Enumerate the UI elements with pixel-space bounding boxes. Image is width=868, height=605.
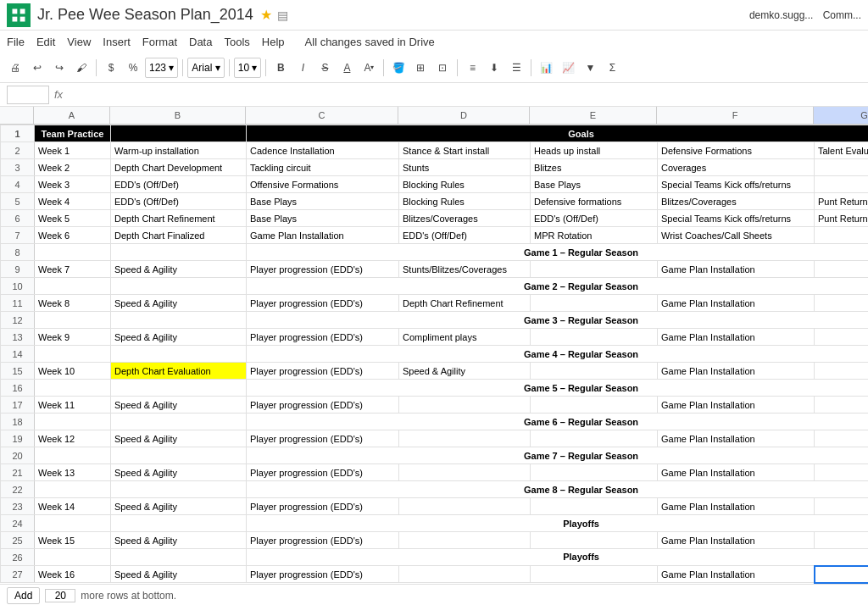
cell-c20[interactable]: Player progression (EDD's) (247, 464, 399, 481)
cell-playoffs25[interactable]: Playoffs (247, 549, 869, 566)
cell-b0[interactable] (111, 125, 247, 142)
cell-b24[interactable]: Speed & Agility (111, 532, 247, 549)
currency-button[interactable]: $ (101, 58, 121, 78)
cell-a15[interactable] (35, 380, 111, 397)
cell-b5[interactable]: Depth Chart Refinement (111, 210, 247, 227)
cell-c2[interactable]: Tackling circuit (247, 159, 399, 176)
cell-e12[interactable] (531, 329, 658, 346)
cell-f4[interactable]: Blitzes/Coverages (658, 193, 815, 210)
cell-game19[interactable]: Game 7 – Regular Season (247, 447, 869, 464)
cell-c5[interactable]: Base Plays (247, 210, 399, 227)
redo-button[interactable]: ↪ (49, 58, 70, 78)
col-header-e[interactable]: E (530, 107, 657, 124)
cell-c6[interactable]: Game Plan Installation (247, 227, 399, 244)
underline-button[interactable]: A (337, 58, 357, 78)
cell-b13[interactable] (111, 346, 247, 363)
undo-button[interactable]: ↩ (27, 58, 47, 78)
fontsize-dropdown[interactable]: 10 ▾ (234, 58, 262, 78)
cell-game17[interactable]: Game 6 – Regular Season (247, 414, 869, 430)
cell-b14[interactable]: Depth Chart Evaluation (111, 363, 247, 380)
cell-f3[interactable]: Special Teams Kick offs/returns (658, 176, 815, 193)
cell-d3[interactable]: Blocking Rules (399, 176, 531, 193)
cell-a2[interactable]: Week 2 (35, 159, 111, 176)
cell-d18[interactable] (399, 430, 531, 447)
align-center-button[interactable]: ⬇ (484, 58, 504, 78)
cell-e14[interactable] (531, 363, 658, 380)
cell-e8[interactable] (531, 261, 658, 278)
cell-f10[interactable]: Game Plan Installation (658, 295, 815, 312)
cell-d10[interactable]: Depth Chart Refinement (399, 295, 531, 312)
cell-b16[interactable]: Speed & Agility (111, 397, 247, 414)
paint-format-button[interactable]: 🖌 (71, 58, 92, 78)
cell-f2[interactable]: Coverages (658, 159, 815, 176)
cell-g26[interactable] (815, 566, 869, 583)
cell-game7[interactable]: Game 1 – Regular Season (247, 244, 869, 261)
cell-d5[interactable]: Blitzes/Coverages (399, 210, 531, 227)
bold-button[interactable]: B (270, 58, 291, 78)
cell-b22[interactable]: Speed & Agility (111, 498, 247, 515)
align-right-button[interactable]: ☰ (506, 58, 526, 78)
cell-f18[interactable]: Game Plan Installation (658, 430, 815, 447)
menu-view[interactable]: View (67, 36, 91, 48)
cell-a9[interactable] (35, 278, 111, 295)
cell-a5[interactable]: Week 5 (35, 210, 111, 227)
menu-edit[interactable]: Edit (36, 36, 55, 48)
align-left-button[interactable]: ≡ (462, 58, 482, 78)
cell-c26[interactable]: Player progression (EDD's) (247, 566, 399, 583)
strikethrough-button[interactable]: S (314, 58, 335, 78)
col-header-c[interactable]: C (246, 107, 398, 124)
col-header-b[interactable]: B (110, 107, 246, 124)
cell-g1[interactable]: Talent Evaluation (815, 142, 869, 159)
cell-a22[interactable]: Week 14 (35, 498, 111, 515)
cell-a1[interactable]: Week 1 (35, 142, 111, 159)
cell-g14[interactable] (815, 363, 869, 380)
cell-b21[interactable] (111, 481, 247, 498)
star-icon[interactable]: ★ (260, 7, 272, 23)
cell-d1[interactable]: Stance & Start install (399, 142, 531, 159)
cell-a25[interactable] (35, 549, 111, 566)
cell-b17[interactable] (111, 414, 247, 430)
percent-button[interactable]: % (123, 58, 143, 78)
cell-a6[interactable]: Week 6 (35, 227, 111, 244)
cell-c3[interactable]: Offensive Formations (247, 176, 399, 193)
cell-g2[interactable] (815, 159, 869, 176)
cell-b1[interactable]: Warm-up installation (111, 142, 247, 159)
cell-f22[interactable]: Game Plan Installation (658, 498, 815, 515)
cell-b26[interactable]: Speed & Agility (111, 566, 247, 583)
function-button[interactable]: Σ (602, 58, 622, 78)
cell-b3[interactable]: EDD's (Off/Def) (111, 176, 247, 193)
cell-g3[interactable] (815, 176, 869, 193)
doc-title[interactable]: Jr. Pee Wee Season Plan_2014 (37, 6, 253, 24)
cell-playoffs23[interactable]: Playoffs (247, 515, 869, 532)
cell-a11[interactable] (35, 312, 111, 329)
cell-f5[interactable]: Special Teams Kick offs/returns (658, 210, 815, 227)
drive-icon[interactable]: ▤ (277, 8, 288, 22)
cell-f8[interactable]: Game Plan Installation (658, 261, 815, 278)
cell-a7[interactable] (35, 244, 111, 261)
cell-f24[interactable]: Game Plan Installation (658, 532, 815, 549)
merge-button[interactable]: ⊡ (432, 58, 453, 78)
fill-color-button[interactable]: 🪣 (388, 58, 409, 78)
cell-c14[interactable]: Player progression (EDD's) (247, 363, 399, 380)
cell-c18[interactable]: Player progression (EDD's) (247, 430, 399, 447)
cell-g22[interactable] (815, 498, 869, 515)
format-dropdown[interactable]: 123 ▾ (145, 58, 178, 78)
cell-d26[interactable] (399, 566, 531, 583)
cell-d2[interactable]: Stunts (399, 159, 531, 176)
cell-a24[interactable]: Week 15 (35, 532, 111, 549)
cell-g24[interactable] (815, 532, 869, 549)
cell-a23[interactable] (35, 515, 111, 532)
cell-c8[interactable]: Player progression (EDD's) (247, 261, 399, 278)
cell-f1[interactable]: Defensive Formations (658, 142, 815, 159)
cell-d4[interactable]: Blocking Rules (399, 193, 531, 210)
cell-a0[interactable]: Team Practice (35, 125, 111, 142)
cell-g5[interactable]: Punt Returns (815, 210, 869, 227)
cell-b23[interactable] (111, 515, 247, 532)
cell-a19[interactable] (35, 447, 111, 464)
cell-g4[interactable]: Punt Returns (815, 193, 869, 210)
cell-e18[interactable] (531, 430, 658, 447)
chart-button[interactable]: 📊 (536, 58, 556, 78)
borders-button[interactable]: ⊞ (410, 58, 431, 78)
cell-g12[interactable] (815, 329, 869, 346)
cell-f14[interactable]: Game Plan Installation (658, 363, 815, 380)
